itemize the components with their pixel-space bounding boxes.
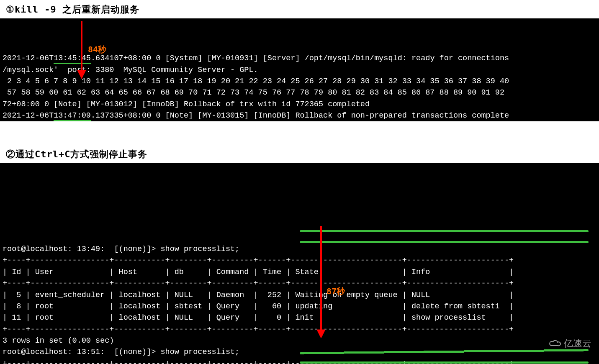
log-line: 2 3 4 5 6 7 8 9 10 11 12 13 14 15 16 17 … [3, 76, 596, 87]
arrow-down-icon [315, 226, 327, 339]
table-row: | 11 | root | localhost | NULL | Query |… [3, 312, 596, 323]
log-line: /mysql.sock' port: 3380 MySQL Community … [3, 64, 596, 76]
terminal-block-1: 84秒 2021-12-06T13:45:45.634107+08:00 0 [… [0, 18, 599, 121]
cloud-icon [549, 339, 561, 348]
highlight-stroke [300, 230, 589, 232]
highlight-stroke [300, 361, 589, 364]
watermark-text: 亿速云 [564, 337, 591, 350]
highlight-stroke [300, 241, 589, 243]
log-line: 2021-12-06T13:47:09.137335+08:00 0 [Note… [3, 110, 596, 121]
arrow-down-icon [75, 21, 88, 79]
annotation-87s: 87秒 [326, 285, 345, 298]
log-line: 72+08:00 0 [Note] [MY-013012] [InnoDB] R… [3, 99, 596, 110]
mysql-prompt: root@localhost: 13:49: [(none)]> show pr… [3, 244, 596, 255]
table-row: | 8 | root | localhost | sbtest | Query … [3, 301, 596, 312]
section1-heading: ①kill -9 之后重新启动服务 [6, 3, 599, 16]
section2-heading: ②通过Ctrl+C方式强制停止事务 [6, 148, 599, 161]
log-line: 57 58 59 60 61 62 63 64 65 66 67 68 69 7… [3, 87, 596, 98]
table-divider: +----+-----------------+-----------+----… [3, 255, 596, 266]
annotation-84s: 84秒 [88, 44, 106, 56]
table-header: | Id | User | Host | db | Command | Time… [3, 267, 596, 278]
watermark: 亿速云 [549, 337, 591, 350]
terminal-block-2: 87秒 root@localhost: 13:49: [(none)]> sho… [0, 163, 599, 364]
svg-marker-3 [317, 330, 325, 338]
table-divider: +----+-----------------+-----------+----… [3, 278, 596, 289]
rows-footer: 3 rows in set (0.00 sec) [3, 335, 596, 346]
table-row: | 5 | event_scheduler | localhost | NULL… [3, 290, 596, 301]
table-divider: +----+-----------------+-----------+----… [3, 324, 596, 335]
svg-marker-1 [77, 70, 86, 79]
